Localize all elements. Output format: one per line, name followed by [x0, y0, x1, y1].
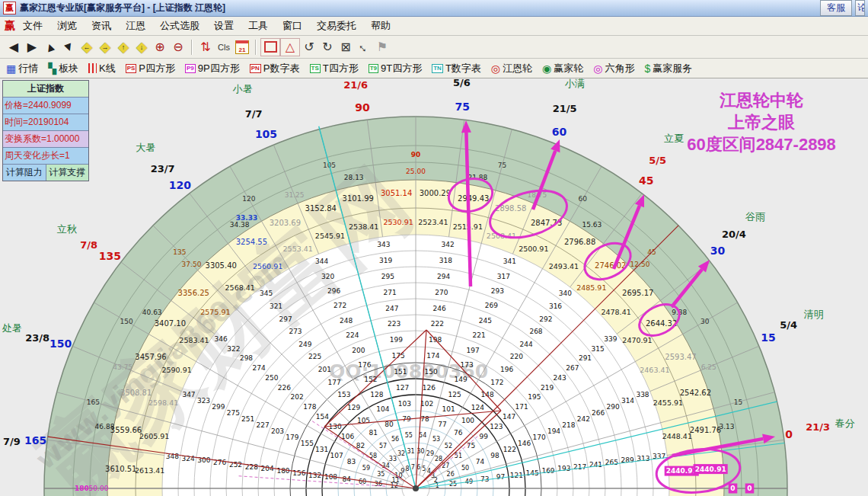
step-row: 周天变化步长=1: [3, 148, 88, 165]
svg-text:2545.91: 2545.91: [315, 232, 345, 240]
svg-text:51: 51: [455, 453, 462, 459]
svg-text:314: 314: [621, 397, 634, 405]
tool-service[interactable]: $赢家服务: [645, 62, 693, 75]
t-table-icon: TN: [432, 64, 443, 73]
svg-text:170: 170: [533, 434, 546, 441]
svg-text:340: 340: [559, 290, 572, 297]
tool-quotes[interactable]: ▦行情: [6, 62, 38, 75]
svg-text:7/7: 7/7: [245, 108, 263, 120]
svg-text:60: 60: [359, 478, 366, 485]
t-square-icon: TS: [310, 64, 321, 73]
svg-text:315: 315: [592, 345, 605, 353]
menu-item-browse[interactable]: 浏览: [57, 19, 77, 33]
svg-text:104: 104: [376, 405, 389, 413]
tool-9p-square[interactable]: P99P四方形: [185, 62, 240, 75]
svg-text:立秋: 立秋: [57, 223, 78, 235]
svg-text:春分: 春分: [835, 418, 855, 429]
prev-icon[interactable]: ◀: [5, 39, 23, 56]
menu-item-formula-pick[interactable]: 公式选股: [160, 19, 199, 33]
svg-text:200: 200: [352, 347, 365, 354]
svg-text:2575.91: 2575.91: [200, 308, 230, 316]
menu-item-trade[interactable]: 交易委托: [317, 19, 356, 33]
svg-text:318: 318: [439, 257, 452, 264]
svg-text:3305.40: 3305.40: [206, 261, 237, 270]
kline-icon: [88, 63, 97, 73]
svg-text:245: 245: [479, 317, 492, 325]
svg-text:246: 246: [433, 305, 446, 312]
tool-p-table[interactable]: PNP数字表: [250, 62, 300, 75]
menu-item-window[interactable]: 窗口: [282, 19, 302, 33]
tool-t-table[interactable]: TNT数字表: [432, 62, 481, 75]
svg-text:244: 244: [520, 341, 533, 348]
triangle-tool-icon[interactable]: △: [280, 38, 300, 56]
tool-t-square[interactable]: TST四方形: [310, 62, 359, 75]
menu-item-settings[interactable]: 设置: [214, 19, 234, 33]
tool-kline[interactable]: K线: [88, 62, 116, 75]
calc-resistance-button[interactable]: 计算阻力: [3, 165, 46, 181]
svg-text:34.38: 34.38: [230, 221, 250, 229]
cls-icon[interactable]: Cls: [215, 39, 233, 56]
box-x-icon[interactable]: ⊠: [337, 39, 355, 56]
svg-text:2493.41: 2493.41: [549, 262, 579, 270]
9t-square-icon: T9: [369, 64, 378, 73]
svg-text:199: 199: [390, 336, 403, 344]
tilt-down-icon[interactable]: ▼: [59, 39, 78, 56]
menu-item-help[interactable]: 帮助: [371, 19, 391, 33]
svg-text:218: 218: [562, 421, 575, 429]
rotate-ccw-icon[interactable]: ↺: [300, 39, 318, 56]
tool-winner-wheel[interactable]: ◉赢家轮: [542, 62, 583, 75]
forum-button-clipped[interactable]: 论坛: [855, 0, 865, 16]
svg-text:5: 5: [422, 466, 426, 472]
calc-support-button[interactable]: 计算支撑: [46, 165, 89, 181]
pan-right-icon[interactable]: ◆→: [96, 39, 114, 56]
tool-hexagon[interactable]: ◎六角形: [593, 62, 634, 75]
svg-text:60: 60: [552, 126, 567, 138]
tilt-up-icon[interactable]: ▲: [41, 39, 59, 56]
svg-text:2553.41: 2553.41: [283, 245, 313, 253]
svg-text:217: 217: [573, 463, 586, 471]
svg-text:43.75: 43.75: [113, 363, 132, 371]
tool-gann-wheel[interactable]: ◎江恩轮: [491, 62, 532, 75]
menu-item-tools[interactable]: 工具: [248, 19, 268, 33]
svg-text:78: 78: [420, 415, 429, 423]
calendar-icon[interactable]: 21: [233, 39, 251, 56]
svg-text:227: 227: [257, 421, 270, 429]
zoom-out-icon[interactable]: ⊖: [169, 39, 187, 56]
svg-text:242: 242: [577, 415, 590, 423]
tool-sectors[interactable]: ▚板块: [48, 62, 78, 75]
pin-icon[interactable]: ⚑: [373, 39, 391, 56]
tool-9t-square[interactable]: T99T四方形: [369, 62, 423, 75]
svg-text:2949.43: 2949.43: [458, 194, 489, 203]
sort-icon[interactable]: ⇅: [196, 39, 215, 56]
svg-text:33: 33: [389, 456, 397, 462]
svg-text:247: 247: [385, 305, 398, 312]
pan-down-icon[interactable]: ◆↓: [132, 39, 151, 56]
svg-text:338: 338: [636, 391, 649, 398]
menu-item-news[interactable]: 资讯: [91, 19, 111, 33]
collapse-icon[interactable]: ↔: [355, 39, 373, 56]
svg-text:40.63: 40.63: [142, 309, 162, 316]
menu-item-gann[interactable]: 江恩: [126, 19, 145, 33]
svg-text:150: 150: [49, 338, 72, 350]
svg-text:90: 90: [355, 101, 370, 114]
menu-item-file[interactable]: 文件: [23, 19, 43, 33]
index-name: 上证指数: [3, 81, 88, 98]
svg-text:81: 81: [369, 429, 378, 437]
svg-text:339: 339: [604, 335, 617, 343]
svg-text:大暑: 大暑: [136, 142, 155, 153]
next-icon[interactable]: ▶: [23, 39, 41, 56]
service-icon: $: [645, 63, 651, 74]
customer-service-button[interactable]: 客服: [820, 0, 852, 16]
pan-up-icon[interactable]: ◆↑: [114, 39, 132, 56]
zoom-in-icon[interactable]: ⊕: [151, 39, 169, 56]
svg-text:129: 129: [347, 404, 360, 411]
rect-tool-icon[interactable]: [260, 38, 280, 56]
pan-left-icon[interactable]: ◆←: [78, 39, 96, 56]
tool-p-square[interactable]: PSP四方形: [126, 62, 175, 75]
rotate-cw-icon[interactable]: ↻: [318, 39, 337, 56]
svg-text:150: 150: [120, 318, 133, 325]
svg-text:98: 98: [490, 452, 499, 459]
svg-text:60: 60: [579, 195, 588, 203]
svg-text:201: 201: [318, 366, 331, 373]
svg-text:2478.41: 2478.41: [601, 308, 630, 316]
